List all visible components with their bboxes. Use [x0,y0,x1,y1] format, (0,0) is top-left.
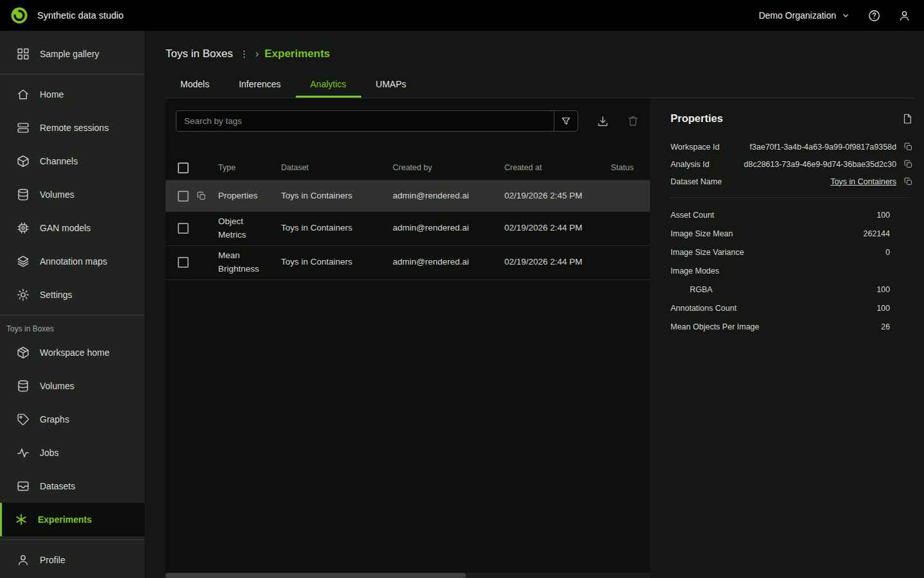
activity-icon [16,446,30,460]
copy-icon [903,177,913,186]
sidebar-item-sample-gallery[interactable]: Sample gallery [0,37,144,71]
sidebar-item-ws-volumes[interactable]: Volumes [0,369,144,403]
app-logo-icon[interactable] [10,6,28,24]
tab-inferences[interactable]: Inferences [224,72,295,98]
cube-icon [16,154,30,168]
kebab-menu-icon[interactable] [239,49,250,60]
help-icon [868,9,881,22]
layers-icon [16,254,30,268]
sidebar: Sample gallery Home Remote sessions Chan… [0,31,144,578]
sidebar-item-profile[interactable]: Profile [0,543,144,577]
workspace-id-row: Workspace Id f3ae70f1-3a4b-4a63-9a99-0f9… [671,142,913,152]
sidebar-item-graphs[interactable]: Graphs [0,403,144,436]
cell-status [607,225,650,232]
stat-label: Mean Objects Per Image [671,322,759,331]
sidebar-item-label: Workspace home [40,347,110,358]
stat-row: RGBA 100 [671,285,913,294]
column-header-created-at: Created at [501,159,607,177]
sidebar-item-workspace-home[interactable]: Workspace home [0,336,144,369]
tab-bar: Models Inferences Analytics UMAPs [144,72,924,98]
row-checkbox[interactable] [178,257,189,268]
sidebar-item-settings[interactable]: Settings [0,278,144,311]
table-row[interactable]: Properties Toys in Containers admin@rend… [166,180,650,212]
server-icon [16,121,30,135]
cell-created-by: admin@rendered.ai [389,252,501,272]
stat-row: Asset Count 100 [671,211,913,220]
main-content: Toys in Boxes › Experiments Models Infer… [144,31,924,578]
person-icon [16,553,30,567]
help-button[interactable] [868,9,881,22]
sidebar-item-datasets[interactable]: Datasets [0,469,144,503]
cell-created-at: 02/19/2026 2:45 PM [501,186,607,206]
cell-status [607,193,650,199]
stat-row: Image Size Mean 262144 [671,229,913,238]
breadcrumb-separator: › [255,48,259,60]
document-icon [902,113,913,125]
grid-icon [16,47,30,61]
row-checkbox[interactable] [178,191,189,202]
stat-label: Asset Count [671,211,714,220]
sidebar-item-jobs[interactable]: Jobs [0,436,144,469]
sidebar-item-volumes[interactable]: Volumes [0,178,144,211]
breadcrumb-workspace[interactable]: Toys in Boxes [166,48,233,60]
home-icon [16,87,30,101]
database-icon [16,379,30,393]
sidebar-item-remote-sessions[interactable]: Remote sessions [0,111,144,144]
org-name: Demo Organization [758,10,836,21]
asterisk-icon [14,512,28,527]
stat-row: Image Size Variance 0 [671,248,913,257]
delete-button[interactable] [626,114,640,128]
column-header-dataset: Dataset [277,159,389,177]
download-icon [596,114,610,128]
cell-created-by: admin@rendered.ai [389,186,501,206]
scrollbar-thumb[interactable] [166,573,466,578]
chip-icon [16,221,30,235]
stat-row: Mean Objects Per Image 26 [671,322,913,331]
search-input[interactable] [176,111,554,131]
sidebar-item-label: Annotation maps [40,256,107,267]
sidebar-item-label: Channels [40,156,78,166]
app-title: Synthetic data studio [37,10,124,21]
sidebar-item-experiments[interactable]: Experiments [0,503,144,536]
stat-label: Annotations Count [671,304,737,313]
sidebar-item-label: Datasets [40,481,75,491]
sidebar-item-home[interactable]: Home [0,78,144,111]
gear-icon [16,288,30,302]
copy-workspace-id-button[interactable] [903,142,913,152]
properties-title: Properties [671,112,723,125]
tag-icon [16,412,30,426]
org-selector[interactable]: Demo Organization [758,10,851,21]
filter-button[interactable] [554,111,578,131]
copy-icon[interactable] [196,191,214,201]
package-icon [16,346,30,360]
cell-created-at: 02/19/2026 2:44 PM [501,252,607,272]
column-header-status: Status [607,159,650,177]
horizontal-scrollbar [166,573,650,578]
sidebar-item-channels[interactable]: Channels [0,144,144,178]
copy-dataset-name-button[interactable] [903,177,913,186]
sidebar-item-gan-models[interactable]: GAN models [0,211,144,245]
stat-value: 100 [877,304,890,313]
tab-umaps[interactable]: UMAPs [361,72,421,98]
copy-icon [903,159,913,169]
table-row[interactable]: Object Metrics Toys in Containers admin@… [166,212,650,246]
sidebar-item-label: GAN models [40,223,90,233]
sidebar-item-label: Settings [40,290,73,300]
copy-analysis-id-button[interactable] [903,159,913,169]
topbar: Synthetic data studio Demo Organization [0,0,924,31]
filter-icon [560,116,572,127]
tab-models[interactable]: Models [166,72,224,98]
document-button[interactable] [902,113,913,125]
table-row[interactable]: Mean Brightness Toys in Containers admin… [166,246,650,280]
select-all-checkbox[interactable] [178,162,189,173]
sidebar-item-annotation-maps[interactable]: Annotation maps [0,245,144,278]
account-button[interactable] [898,9,911,22]
download-button[interactable] [596,114,610,128]
tab-analytics[interactable]: Analytics [296,72,361,98]
sidebar-item-label: Graphs [40,414,69,425]
dataset-name-link[interactable]: Toys in Containers [830,177,896,186]
sidebar-item-label: Volumes [40,189,74,200]
sidebar-divider [0,315,144,315]
row-checkbox[interactable] [178,223,189,234]
archive-icon [16,479,30,493]
